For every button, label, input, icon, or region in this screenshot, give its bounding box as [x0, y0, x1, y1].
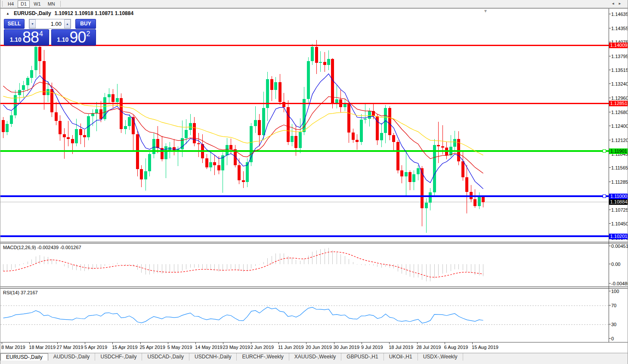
symbol-tab-xauusd-weekly[interactable]: XAUUSD-,Weekly — [289, 353, 341, 361]
volume-increase-button[interactable]: ▲ — [64, 19, 71, 28]
candle-body — [71, 139, 74, 143]
candle-body — [396, 142, 399, 170]
candle-body — [67, 137, 70, 139]
candle-body — [221, 155, 224, 170]
symbol-tab-audusd-daily[interactable]: AUDUSD-,Daily — [48, 353, 96, 361]
price-tick-label: 1.14355 — [611, 26, 628, 31]
symbol-tab-eurusd-daily[interactable]: EURUSD-,Daily — [0, 353, 48, 361]
price-tick-label: 1.12680 — [611, 110, 628, 115]
candle-body — [478, 197, 481, 206]
volume-decrease-button[interactable]: ▼ — [29, 19, 36, 28]
date-tick — [57, 342, 58, 344]
price-tag: 1.10884 — [609, 199, 628, 205]
candle-body — [408, 172, 411, 182]
timeframe-mn-button[interactable]: MN — [45, 0, 58, 8]
candle-body — [6, 124, 9, 132]
tab-scroll-right-icon[interactable]: ► — [618, 2, 625, 6]
price-tick-label: 1.13240 — [611, 81, 628, 86]
candle-body — [156, 139, 159, 148]
candle-body — [282, 102, 285, 107]
candle-body — [287, 107, 290, 142]
date-tick — [140, 342, 141, 344]
candle-body — [79, 129, 82, 135]
candle-body — [229, 145, 232, 149]
candle-body — [213, 162, 216, 165]
date-label: 25 Apr 2019 — [140, 345, 165, 350]
candle-body — [95, 109, 98, 113]
candle-body — [197, 143, 200, 144]
symbol-tab-eurchf-weekly[interactable]: EURCHF-,Weekly — [237, 353, 289, 361]
candle-body — [405, 172, 408, 176]
candle-body — [307, 61, 310, 99]
candle-body — [319, 62, 322, 63]
candle-body — [299, 132, 302, 148]
tab-scroll-arrows[interactable]: ◄► — [611, 2, 625, 6]
rsi-axis-label: 100 — [611, 289, 619, 294]
candle-body — [254, 120, 257, 126]
candle-body — [360, 120, 363, 142]
candle-body — [226, 145, 229, 155]
chart-shift-marker-icon[interactable]: ▼ — [483, 9, 488, 13]
date-tick — [417, 342, 418, 344]
candle-body — [347, 104, 350, 133]
candle-body — [128, 117, 131, 126]
candle-body — [441, 146, 444, 148]
candle-body — [22, 85, 25, 90]
symbol-tab-gbpusd-h1[interactable]: GBPUSD-,H1 — [341, 353, 384, 361]
symbol-tab-usdchf-daily[interactable]: USDCHF-,Daily — [95, 353, 142, 361]
candle-body — [99, 109, 102, 119]
macd-panel-svg[interactable] — [0, 244, 609, 286]
panel-splitter[interactable] — [0, 287, 628, 289]
date-label: 23 May 2019 — [223, 345, 250, 350]
candle-body — [433, 145, 436, 192]
timeframe-h4-button[interactable]: H4 — [5, 0, 17, 8]
symbol-tab-usdcnh-daily[interactable]: USDCNH-,Daily — [189, 353, 237, 361]
date-tick — [306, 342, 306, 344]
window-bottom-strip — [0, 361, 628, 364]
date-label: 18 Jul 2019 — [389, 345, 413, 350]
candle-body — [55, 112, 58, 121]
symbol-tab-ukoil-h1[interactable]: UKOil-,H1 — [384, 353, 418, 361]
volume-input[interactable]: 1.00 — [36, 19, 64, 28]
chart-symbol-period: EURUSD-,Daily — [14, 10, 51, 16]
candle-body — [294, 136, 297, 148]
date-tick — [472, 342, 473, 344]
candle-body — [270, 79, 273, 90]
candle-body — [18, 90, 21, 95]
symbol-tab-usdx-weekly[interactable]: USDX-,Weekly — [418, 353, 463, 361]
candle-body — [421, 168, 424, 208]
date-tick — [389, 342, 390, 344]
panel-splitter[interactable] — [0, 242, 628, 244]
timeframe-w1-button[interactable]: W1 — [31, 0, 44, 8]
price-tick-label: 1.10450 — [611, 221, 628, 226]
line-handle[interactable] — [603, 195, 606, 198]
price-tick-label: 1.11565 — [611, 165, 628, 170]
rsi-line — [3, 307, 483, 323]
candle-body — [43, 61, 46, 95]
candle-body — [148, 154, 151, 171]
macd-axis-label: 0.00 — [611, 262, 620, 267]
date-tick — [251, 342, 251, 344]
date-tick — [362, 342, 362, 344]
timeframe-toolbar: H4 D1 W1 MN — [0, 0, 628, 8]
timeframe-d1-button[interactable]: D1 — [18, 0, 30, 8]
buy-price-prefix: 1.10 — [57, 36, 68, 43]
sell-price-display[interactable]: 1.10 88 4 — [4, 29, 49, 46]
buy-button[interactable]: BUY — [75, 19, 96, 29]
sell-price-prefix: 1.10 — [10, 36, 22, 43]
candle-body — [465, 177, 468, 192]
rsi-panel-svg[interactable] — [0, 289, 609, 342]
tab-scroll-left-icon[interactable]: ◄ — [611, 2, 618, 6]
candle-body — [425, 203, 428, 208]
candle-body — [311, 47, 314, 61]
toolbar-separator — [60, 1, 61, 7]
date-label: 8 Mar 2019 — [1, 345, 25, 350]
price-tick-label: 1.13795 — [611, 54, 628, 59]
symbol-tab-usdcad-daily[interactable]: USDCAD-,Daily — [142, 353, 189, 361]
collapse-triangle-icon[interactable]: ▲ — [6, 12, 9, 15]
sell-button[interactable]: SELL — [4, 19, 25, 29]
price-tick-label: 1.12120 — [611, 138, 628, 143]
buy-price-display[interactable]: 1.10 90 2 — [51, 29, 96, 46]
moving-average-line — [3, 92, 483, 155]
line-handle[interactable] — [603, 150, 606, 153]
